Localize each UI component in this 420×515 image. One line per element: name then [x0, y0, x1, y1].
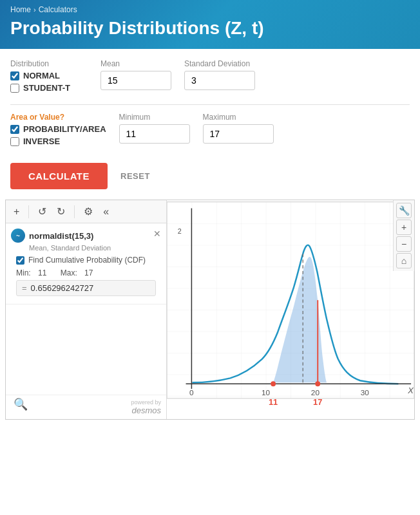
expr-min-label: Min: [16, 268, 31, 277]
result-value: 0.656296242727 [31, 283, 94, 293]
x-label-10: 10 [262, 388, 271, 397]
max-label: Maximum [203, 113, 274, 122]
expr-max-label: Max: [61, 268, 77, 277]
expression-entry: ~ normaldist(15,3) ✕ Mean, Standard Devi… [6, 223, 166, 304]
left-panel: + ↺ ↻ ⚙ « ~ normaldist(15,3) ✕ Mean, Sta… [6, 200, 167, 419]
mean-input[interactable] [100, 71, 171, 90]
expr-header: ~ normaldist(15,3) ✕ [11, 229, 161, 243]
calculate-button[interactable]: CALCULATE [10, 163, 108, 189]
student-label: STUDENT-T [23, 83, 70, 93]
student-checkbox-item[interactable]: STUDENT-T [10, 83, 88, 93]
normal-checkbox[interactable] [10, 71, 19, 80]
min-dot [271, 381, 276, 386]
zoom-out-button[interactable]: − [396, 236, 412, 252]
sd-label: Standard Deviation [184, 59, 255, 68]
cdf-checkbox-item[interactable]: Find Cumulative Probability (CDF) [16, 256, 161, 265]
max-field-group: Maximum [203, 113, 274, 144]
y-axis-label: 2 [178, 227, 182, 235]
page-title: Probability Distributions (Z, t) [10, 18, 410, 39]
reset-button[interactable]: RESET [120, 171, 150, 181]
max-x-label: 17 [313, 397, 322, 407]
undo-button[interactable]: ↺ [35, 204, 49, 219]
inverse-checkbox[interactable] [10, 137, 19, 146]
form-divider [10, 104, 410, 105]
expr-result: = 0.656296242727 [16, 280, 156, 296]
settings-button[interactable]: ⚙ [81, 204, 95, 219]
result-equals: = [22, 283, 27, 293]
header: Home › Calculators Probability Distribut… [0, 0, 420, 49]
distribution-row: Distribution NORMAL STUDENT-T Mean Stand… [10, 59, 410, 95]
max-dot [315, 381, 320, 386]
collapse-button[interactable]: « [100, 205, 111, 219]
zoom-button[interactable]: 🔍 [8, 395, 33, 414]
min-input[interactable] [119, 124, 190, 144]
breadcrumb-home[interactable]: Home [10, 5, 31, 14]
sd-field-group: Standard Deviation [184, 59, 255, 90]
max-input[interactable] [203, 124, 274, 144]
inverse-checkbox-item[interactable]: INVERSE [10, 136, 106, 146]
prob-label: PROBABILITY/AREA [23, 124, 106, 134]
graph-toolbar: 🔧 + − ⌂ [393, 200, 414, 271]
x-axis-label: X [407, 386, 414, 395]
expr-subtitle: Mean, Standard Deviation [29, 244, 161, 252]
breadcrumb: Home › Calculators [10, 5, 410, 14]
home-view-button[interactable]: ⌂ [396, 253, 412, 268]
graph-panel: 🔧 + − ⌂ [167, 200, 414, 419]
redo-button[interactable]: ↻ [54, 204, 68, 219]
mean-label: Mean [100, 59, 171, 68]
distribution-label: Distribution [10, 59, 88, 68]
inverse-label: INVERSE [23, 136, 60, 146]
prob-checkbox-item[interactable]: PROBABILITY/AREA [10, 124, 106, 134]
x-label-30: 30 [361, 388, 370, 397]
graph-canvas: 0 10 20 30 11 17 2 X [167, 200, 414, 419]
area-group: Area or Value? PROBABILITY/AREA INVERSE [10, 113, 106, 149]
cdf-label: Find Cumulative Probability (CDF) [28, 256, 146, 265]
min-label: Minimum [119, 113, 190, 122]
sd-input[interactable] [184, 71, 255, 90]
min-field-group: Minimum [119, 113, 190, 144]
button-row: CALCULATE RESET [0, 158, 420, 200]
wrench-button[interactable]: 🔧 [396, 203, 412, 218]
expr-icon: ~ [11, 229, 25, 243]
area-row: Area or Value? PROBABILITY/AREA INVERSE … [10, 113, 410, 149]
expr-close-button[interactable]: ✕ [153, 229, 161, 239]
expr-title: normaldist(15,3) [29, 231, 93, 241]
desmos-logo: desmos [131, 406, 161, 415]
graph-svg: 0 10 20 30 11 17 2 X [167, 200, 414, 419]
panel-toolbar: + ↺ ↻ ⚙ « [6, 200, 166, 223]
min-x-label: 11 [269, 397, 278, 407]
normal-label: NORMAL [23, 71, 60, 80]
normal-checkbox-item[interactable]: NORMAL [10, 71, 88, 80]
x-label-0: 0 [189, 388, 194, 397]
mean-field-group: Mean [100, 59, 171, 90]
expr-min-val: 11 [38, 268, 46, 277]
toolbar-separator-2 [74, 205, 75, 218]
expr-max-val: 17 [84, 268, 93, 277]
cdf-checkbox[interactable] [16, 256, 24, 265]
breadcrumb-sep: › [33, 6, 36, 14]
form-section: Distribution NORMAL STUDENT-T Mean Stand… [0, 49, 420, 149]
student-checkbox[interactable] [10, 84, 19, 93]
zoom-in-button[interactable]: + [396, 220, 412, 235]
toolbar-separator [28, 205, 29, 218]
powered-by: powered by [131, 399, 161, 406]
calculator-area: + ↺ ↻ ⚙ « ~ normaldist(15,3) ✕ Mean, Sta… [5, 200, 415, 420]
area-label: Area or Value? [10, 113, 106, 122]
prob-checkbox[interactable] [10, 125, 19, 134]
add-expression-button[interactable]: + [11, 205, 22, 219]
expr-minmax: Min: 11 Max: 17 [16, 268, 161, 277]
breadcrumb-page[interactable]: Calculators [39, 5, 77, 14]
x-label-20: 20 [311, 388, 320, 397]
distribution-group: Distribution NORMAL STUDENT-T [10, 59, 88, 95]
